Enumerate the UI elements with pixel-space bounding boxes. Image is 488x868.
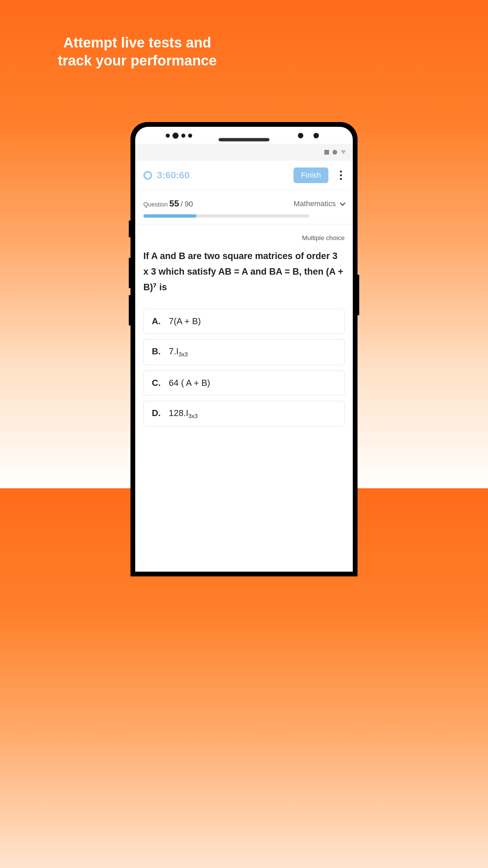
- phone-volume-down: [129, 295, 130, 326]
- timer-icon: [143, 171, 152, 180]
- progress-fill: [143, 214, 197, 218]
- phone-notch: [135, 127, 274, 144]
- option-letter: A.: [152, 316, 161, 327]
- option-text: 7.I3x3: [169, 346, 188, 358]
- question-progress-header: Question 55 / 90 Mathematics: [135, 190, 274, 224]
- phone-screen: 3:60:60 Finish Question 55 / 90 Mathemat…: [135, 127, 274, 488]
- option-text: 128.I3x3: [169, 408, 198, 420]
- speaker-grille: [219, 138, 269, 141]
- question-body: Multiple choice If A and B are two squar…: [135, 224, 274, 442]
- phone-volume-up: [129, 258, 130, 288]
- option-d[interactable]: D. 128.I3x3: [143, 401, 274, 427]
- option-letter: D.: [152, 408, 161, 418]
- phone-power-button: [129, 220, 130, 237]
- option-letter: C.: [152, 378, 161, 388]
- question-counter: Question 55 / 90: [143, 198, 193, 209]
- test-header-bar: 3:60:60 Finish: [135, 161, 274, 190]
- phone-mockup-frame: 3:60:60 Finish Question 55 / 90 Mathemat…: [130, 122, 274, 488]
- sensor-dots: [166, 134, 192, 139]
- option-c[interactable]: C. 64 ( A + B): [143, 371, 274, 395]
- android-status-bar: [135, 144, 274, 161]
- hero-heading: Attempt live tests and track your perfor…: [0, 0, 274, 83]
- option-letter: B.: [152, 346, 161, 357]
- progress-bar: [143, 214, 274, 218]
- timer-text: 3:60:60: [157, 170, 274, 181]
- option-text: 64 ( A + B): [169, 378, 210, 388]
- question-type-label: Multiple choice: [143, 234, 274, 242]
- option-b[interactable]: B. 7.I3x3: [143, 339, 274, 365]
- question-text: If A and B are two square matrices of or…: [143, 249, 274, 295]
- option-text: 7(A + B): [169, 316, 201, 327]
- option-a[interactable]: A. 7(A + B): [143, 309, 274, 334]
